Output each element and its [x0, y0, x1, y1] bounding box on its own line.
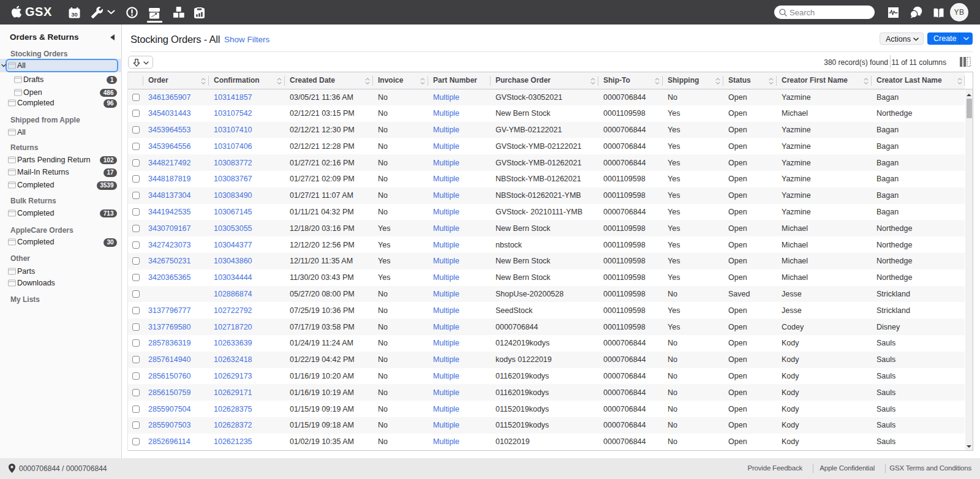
- svg-text:30: 30: [71, 11, 78, 18]
